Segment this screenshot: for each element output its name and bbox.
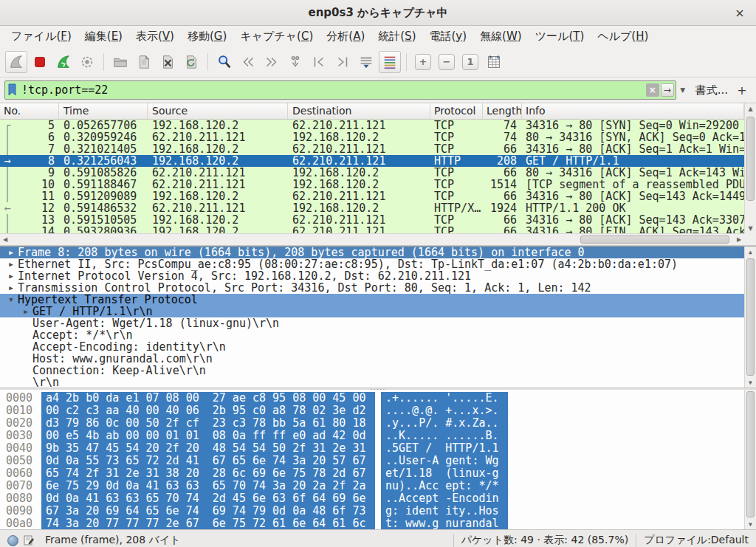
filter-apply-button[interactable]: → xyxy=(661,83,674,97)
column-header-destination[interactable]: Destination xyxy=(288,103,430,119)
column-header-time[interactable]: Time xyxy=(59,103,148,119)
detail-line-10[interactable]: Connection: Keep-Alive\r\n xyxy=(0,365,744,376)
packet-row-9[interactable]: │90.59108582662.210.211.121192.168.120.2… xyxy=(0,167,744,179)
collapsed-arrow-icon[interactable]: ▶ xyxy=(19,306,32,317)
bookmark-icon[interactable] xyxy=(7,83,18,97)
scroll-up-arrow[interactable]: ▲ xyxy=(745,247,756,257)
packet-row-6[interactable]: │60.32095924662.210.211.121192.168.120.2… xyxy=(0,131,744,143)
collapsed-arrow-icon[interactable]: ▶ xyxy=(4,270,18,282)
auto-scroll-icon[interactable] xyxy=(355,51,377,73)
packet-row-11[interactable]: │110.591209089192.168.120.262.210.211.12… xyxy=(0,190,744,202)
packet-row-12[interactable]: ←120.59148653262.210.211.121192.168.120.… xyxy=(0,202,744,214)
detail-line-2[interactable]: ▶Internet Protocol Version 4, Src: 192.1… xyxy=(0,270,744,282)
column-header-no[interactable]: No. xyxy=(0,103,59,119)
status-profile[interactable]: プロファイル:Default xyxy=(644,534,749,547)
stop-capture-icon[interactable] xyxy=(29,51,51,73)
menu-v[interactable]: 表示(V) xyxy=(129,27,181,46)
scrollbar-thumb[interactable] xyxy=(746,258,755,376)
packet-row-10[interactable]: │100.59118846762.210.211.121192.168.120.… xyxy=(0,179,744,190)
menu-g[interactable]: 移動(G) xyxy=(181,27,233,46)
go-to-packet-icon[interactable] xyxy=(284,51,306,73)
collapsed-arrow-icon[interactable]: ▶ xyxy=(4,247,18,258)
expert-info-icon[interactable] xyxy=(7,535,18,546)
scroll-left-arrow[interactable]: ◀ xyxy=(0,234,10,245)
packet-list-horizontal-scrollbar[interactable]: ◀ ▶ xyxy=(0,233,744,245)
column-header-info[interactable]: Info xyxy=(522,103,744,119)
detail-line-7[interactable]: Accept: */*\r\n xyxy=(0,329,744,341)
colorize-icon[interactable] xyxy=(379,51,401,73)
scrollbar-thumb[interactable] xyxy=(580,235,729,244)
detail-line-3[interactable]: ▶Transmission Control Protocol, Src Port… xyxy=(0,282,744,294)
filter-expression-button[interactable]: 書式... xyxy=(695,83,728,97)
zoom-in-icon[interactable]: + xyxy=(412,51,434,73)
packet-list-vertical-scrollbar[interactable]: ▲ ▼ xyxy=(744,103,756,233)
filter-clear-button[interactable]: × xyxy=(646,83,659,97)
collapsed-arrow-icon[interactable]: ▶ xyxy=(4,258,18,270)
scroll-down-arrow[interactable]: ▼ xyxy=(745,377,756,388)
resize-columns-icon[interactable] xyxy=(483,51,505,73)
menu-h[interactable]: ヘルプ(H) xyxy=(591,27,655,46)
details-vertical-scrollbar[interactable]: ▲ ▼ xyxy=(744,247,756,388)
start-capture-icon[interactable] xyxy=(5,51,27,73)
hex-row-0090[interactable]: 009067 3a 20 69 64 65 6e 74 69 74 79 0d … xyxy=(0,505,756,517)
hex-row-0060[interactable]: 006065 74 2f 31 2e 31 38 20 28 6c 69 6e … xyxy=(0,467,756,480)
close-window-button[interactable]: × xyxy=(732,5,747,20)
menu-w[interactable]: 無線(W) xyxy=(473,27,529,46)
go-last-icon[interactable] xyxy=(331,51,354,73)
save-file-icon[interactable] xyxy=(133,51,155,73)
menu-s[interactable]: 統計(S) xyxy=(371,27,422,46)
go-forward-icon[interactable] xyxy=(261,51,283,73)
hex-row-0080[interactable]: 00800d 0a 41 63 63 65 70 74 2d 45 6e 63 … xyxy=(0,492,756,505)
column-header-length[interactable]: Length xyxy=(483,103,522,119)
packet-row-5[interactable]: ┌50.052657706192.168.120.262.210.211.121… xyxy=(0,120,744,131)
hex-row-0070[interactable]: 00706e 75 29 0d 0a 41 63 63 65 70 74 3a … xyxy=(0,480,756,492)
filter-history-dropdown[interactable]: ▼ xyxy=(678,86,688,94)
detail-line-1[interactable]: ▶Ethernet II, Src: PcsCompu_ae:c8:95 (08… xyxy=(0,258,744,270)
expanded-arrow-icon[interactable]: ▼ xyxy=(4,294,18,306)
detail-line-9[interactable]: Host: www.gnurandal.com\r\n xyxy=(0,353,744,365)
open-file-icon[interactable] xyxy=(109,51,131,73)
scroll-down-arrow[interactable]: ▼ xyxy=(745,519,756,529)
packet-row-7[interactable]: │70.321021405192.168.120.262.210.211.121… xyxy=(0,143,744,155)
reload-icon[interactable] xyxy=(180,51,202,73)
menu-t[interactable]: ツール(T) xyxy=(529,27,591,46)
hex-row-0030[interactable]: 003000 e5 4b ab 00 00 01 01 08 0a ff ff … xyxy=(0,430,756,442)
packet-row-8[interactable]: →80.321256043192.168.120.262.210.211.121… xyxy=(0,155,744,167)
go-first-icon[interactable] xyxy=(308,51,330,73)
packet-row-13[interactable]: │130.591510505192.168.120.262.210.211.12… xyxy=(0,214,744,226)
scroll-up-arrow[interactable]: ▲ xyxy=(745,103,756,114)
find-packet-icon[interactable] xyxy=(213,51,236,73)
collapsed-arrow-icon[interactable]: ▶ xyxy=(4,282,18,294)
filter-add-button[interactable]: + xyxy=(734,83,750,97)
scrollbar-thumb[interactable] xyxy=(746,117,755,201)
close-file-icon[interactable] xyxy=(157,51,179,73)
detail-line-5[interactable]: ▶GET / HTTP/1.1\r\n xyxy=(0,306,744,317)
detail-line-8[interactable]: Accept-Encoding: identity\r\n xyxy=(0,341,744,353)
capture-options-icon[interactable] xyxy=(76,51,98,73)
column-header-protocol[interactable]: Protocol xyxy=(430,103,483,119)
go-back-icon[interactable] xyxy=(237,51,259,73)
hex-row-00a0[interactable]: 00a074 3a 20 77 77 77 2e 67 6e 75 72 61 … xyxy=(0,517,756,529)
hex-row-0000[interactable]: 0000a4 2b b0 da e1 07 08 00 27 ae c8 95 … xyxy=(0,392,756,405)
scrollbar-thumb[interactable] xyxy=(746,391,755,517)
hex-row-0020[interactable]: 0020d3 79 86 0c 00 50 2f cf 23 c3 78 bb … xyxy=(0,417,756,430)
menu-f[interactable]: ファイル(F) xyxy=(4,27,78,46)
column-header-source[interactable]: Source xyxy=(148,103,288,119)
menu-e[interactable]: 編集(E) xyxy=(78,27,129,46)
filter-expression-text[interactable]: !tcp.port==22 xyxy=(21,83,645,97)
hex-row-0040[interactable]: 00409b 35 47 45 54 20 2f 20 48 54 54 50 … xyxy=(0,442,756,455)
scroll-right-arrow[interactable]: ▶ xyxy=(734,234,744,245)
hex-row-0050[interactable]: 00500d 0a 55 73 65 72 2d 41 67 65 6e 74 … xyxy=(0,455,756,467)
detail-line-4[interactable]: ▼Hypertext Transfer Protocol xyxy=(0,294,744,306)
scroll-down-arrow[interactable]: ▼ xyxy=(745,223,756,233)
detail-line-0[interactable]: ▶Frame 8: 208 bytes on wire (1664 bits),… xyxy=(0,247,744,258)
menu-y[interactable]: 電話(y) xyxy=(423,27,474,46)
hex-row-0010[interactable]: 001000 c2 c3 aa 40 00 40 06 2b 95 c0 a8 … xyxy=(0,405,756,417)
zoom-out-icon[interactable]: − xyxy=(436,51,458,73)
menu-a[interactable]: 分析(A) xyxy=(320,27,371,46)
display-filter-input[interactable]: !tcp.port==22 × → xyxy=(4,80,676,100)
menu-c[interactable]: キャプチャ(C) xyxy=(233,27,320,46)
detail-line-6[interactable]: User-Agent: Wget/1.18 (linux-gnu)\r\n xyxy=(0,317,744,329)
bytes-vertical-scrollbar[interactable]: ▼ xyxy=(744,390,756,529)
zoom-original-icon[interactable]: 1 xyxy=(459,51,481,73)
